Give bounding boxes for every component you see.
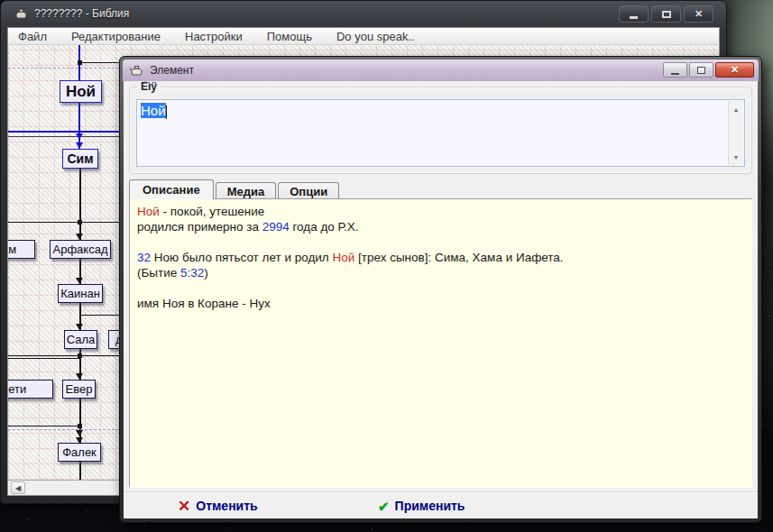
- main-window-controls: ✕: [616, 5, 713, 23]
- dialog-controls: ✕: [661, 62, 754, 78]
- dialog-titlebar[interactable]: Элемент ✕: [123, 60, 759, 81]
- close-icon: ✕: [695, 8, 703, 20]
- dialog-maximize-button[interactable]: [689, 62, 713, 78]
- main-window-title: ???????? - Библия: [34, 7, 129, 20]
- name-value: Ной: [141, 103, 167, 119]
- tree-node-salah[interactable]: Сала: [64, 330, 97, 349]
- arrow-down-icon: [76, 234, 83, 240]
- tab-description[interactable]: Описание: [129, 179, 214, 199]
- dialog-client: Èìÿ Ной ▲ ▼ Описание Медиа Опции Ной - п…: [124, 81, 758, 518]
- arrow-up-icon: ▲: [733, 106, 740, 113]
- maximize-icon: [697, 67, 705, 74]
- description-line: [137, 234, 744, 250]
- scroll-down-button[interactable]: ▼: [730, 151, 742, 163]
- description-panel[interactable]: Ной - покой, утешениеродился примерно за…: [129, 198, 752, 488]
- menu-bar: Файл Редактирование Настройки Помощь Do …: [8, 28, 719, 45]
- description-line: 32 Ною было пятьсот лет и родил Ной [тре…: [137, 250, 744, 265]
- app-lamp-icon: [14, 7, 29, 20]
- menu-edit[interactable]: Редактирование: [71, 30, 161, 43]
- tab-media[interactable]: Медиа: [216, 182, 277, 199]
- cancel-x-icon: ✕: [178, 499, 190, 514]
- scroll-left-button[interactable]: ◀: [11, 482, 25, 494]
- tree-junction: [78, 60, 82, 65]
- menu-help[interactable]: Помощь: [267, 30, 312, 43]
- description-line: Ной - покой, утешение: [137, 204, 744, 219]
- apply-button[interactable]: ✔ Применить: [378, 492, 465, 518]
- tree-node-cainan[interactable]: Каинан: [58, 284, 103, 303]
- arrow-down-icon: [76, 278, 83, 284]
- tree-edge: [79, 169, 81, 240]
- name-groupbox: Èìÿ Ной ▲ ▼: [129, 87, 752, 174]
- dialog-bottom-bar: ✕ Отменить ✔ Применить: [124, 491, 758, 518]
- minimize-button[interactable]: [619, 5, 649, 23]
- description-text: Ной - покой, утешениеродился примерно за…: [137, 204, 744, 311]
- menu-file[interactable]: Файл: [18, 30, 47, 43]
- menu-language[interactable]: Do you speak..: [336, 30, 415, 43]
- tree-edge: [8, 426, 80, 427]
- minimize-icon: [671, 73, 679, 75]
- tree-junction: [78, 220, 82, 225]
- arrow-down-icon: [76, 142, 83, 149]
- maximize-button[interactable]: [651, 5, 681, 23]
- tree-node-other-children[interactable]: е дети: [8, 380, 53, 399]
- scroll-up-button[interactable]: ▲: [730, 103, 742, 115]
- close-icon: ✕: [731, 64, 739, 76]
- tab-options[interactable]: Опции: [278, 182, 339, 199]
- description-line: (Бытие 5:32): [137, 265, 744, 280]
- app-lamp-icon: [129, 64, 144, 77]
- cancel-label: Отменить: [196, 499, 257, 513]
- tree-node-eber[interactable]: Евер: [62, 380, 96, 399]
- element-dialog: Элемент ✕ Èìÿ Ной ▲ ▼ Описание: [119, 56, 762, 523]
- dialog-close-button[interactable]: ✕: [715, 62, 754, 78]
- cancel-button[interactable]: ✕ Отменить: [178, 492, 258, 518]
- name-group-label: Èìÿ: [137, 81, 161, 93]
- apply-check-icon: ✔: [378, 500, 390, 513]
- arrow-down-icon: [76, 133, 83, 140]
- tree-node-arphaxad[interactable]: Арфаксад: [50, 240, 111, 259]
- arrow-down-icon: ▼: [733, 154, 740, 161]
- minimize-icon: [630, 16, 638, 19]
- menu-settings[interactable]: Настройки: [185, 30, 243, 43]
- tab-strip: Описание Медиа Опции: [129, 179, 341, 199]
- arrow-down-icon: [76, 373, 83, 380]
- tree-edge: [79, 462, 81, 480]
- tree-node-partial-left[interactable]: ам: [8, 240, 35, 259]
- desktop: ???????? - Библия ✕ Файл Редактирование …: [0, 0, 773, 532]
- apply-label: Применить: [395, 499, 465, 513]
- tree-node-peleg[interactable]: Фалек: [58, 443, 101, 462]
- tree-junction: [78, 353, 82, 358]
- description-line: родился примерно за 2994 года до Р.Х.: [137, 219, 744, 234]
- tree-junction: [78, 424, 82, 428]
- text-caret: [166, 105, 167, 119]
- close-button[interactable]: ✕: [684, 5, 713, 23]
- tree-edge: [8, 358, 80, 359]
- arrow-down-icon: [76, 324, 83, 330]
- description-line: [137, 280, 744, 296]
- main-titlebar[interactable]: ???????? - Библия ✕: [1, 1, 726, 26]
- tree-node-noah[interactable]: Ной: [60, 80, 102, 103]
- name-input[interactable]: Ной ▲ ▼: [136, 99, 745, 167]
- name-field-scrollbar[interactable]: ▲ ▼: [728, 101, 743, 165]
- dialog-title: Элемент: [150, 64, 194, 77]
- maximize-icon: [662, 11, 671, 18]
- description-line: имя Ноя в Коране - Нух: [137, 296, 744, 311]
- dialog-minimize-button[interactable]: [663, 62, 687, 78]
- arrow-left-icon: ◀: [15, 484, 21, 492]
- arrow-down-icon: [76, 430, 83, 436]
- tree-node-shem[interactable]: Сим: [62, 149, 98, 169]
